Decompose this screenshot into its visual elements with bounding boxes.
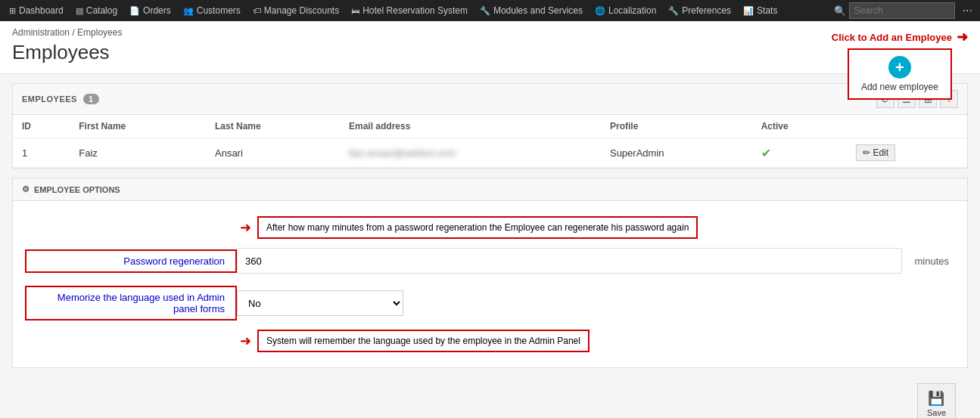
password-regen-unit: minutes	[908, 255, 955, 267]
save-icon: 💾	[928, 390, 944, 407]
memorize-lang-input-area: No Yes	[237, 290, 955, 316]
search-icon: 🔍	[834, 5, 846, 17]
cell-email: faiz.ansari@webkul.com	[340, 138, 601, 168]
nav-modules[interactable]: 🔧 Modules and Services	[474, 0, 589, 21]
employees-section-title: EMPLOYEES	[22, 94, 77, 104]
memorize-lang-row: Memorize the language used in Admin pane…	[13, 280, 967, 327]
orders-icon: 📄	[129, 6, 140, 16]
nav-discounts[interactable]: 🏷 Manage Discounts	[247, 0, 345, 21]
gear-icon: ⚙	[22, 184, 30, 194]
catalog-icon: ▤	[76, 6, 83, 16]
save-section: 💾 Save	[12, 377, 968, 418]
cell-profile: SuperAdmin	[601, 138, 752, 168]
employees-section-header: EMPLOYEES 1 ⟳ ☰ ⊞ +	[13, 84, 967, 115]
col-firstname: First Name	[70, 115, 206, 138]
more-options-icon[interactable]: ···	[958, 4, 977, 17]
employees-section: EMPLOYEES 1 ⟳ ☰ ⊞ + ID First Name Last N…	[12, 83, 968, 169]
col-id: ID	[13, 115, 70, 138]
annotation-arrow-icon: ➜	[240, 219, 251, 236]
nav-localization[interactable]: 🌐 Localization	[589, 0, 662, 21]
plus-icon: +	[888, 56, 911, 79]
dashboard-icon: ⊞	[9, 6, 16, 16]
nav-preferences[interactable]: 🔧 Preferences	[662, 0, 737, 21]
hint-arrow-icon: ➜	[957, 29, 968, 45]
save-label: Save	[927, 408, 946, 417]
col-active: Active	[752, 115, 847, 138]
memorize-lang-annotation-row: ➜ System will remember the language used…	[13, 327, 967, 355]
cell-id: 1	[13, 138, 70, 168]
save-button[interactable]: 💾 Save	[917, 383, 956, 418]
employees-count-badge: 1	[83, 94, 99, 104]
password-regen-annotation-row: ➜ After how many minutes from a password…	[13, 213, 967, 242]
globe-icon: 🌐	[595, 6, 605, 16]
password-regen-label: Password regeneration	[25, 249, 237, 273]
nav-stats[interactable]: 📊 Stats	[737, 0, 783, 21]
active-check-icon: ✔	[761, 147, 771, 159]
employees-table: ID First Name Last Name Email address Pr…	[13, 115, 967, 168]
annotation-arrow2-icon: ➜	[240, 333, 251, 349]
page-header: Administration / Employees Employees Cli…	[0, 21, 980, 74]
stats-icon: 📊	[743, 6, 754, 16]
cell-firstname: Faiz	[70, 138, 206, 168]
breadcrumb: Administration / Employees	[12, 27, 968, 38]
hotel-icon: 🛏	[351, 6, 359, 15]
top-nav: ⊞ Dashboard ▤ Catalog 📄 Orders 👥 Custome…	[0, 0, 980, 21]
password-regen-annotation: After how many minutes from a password r…	[257, 216, 698, 239]
options-section-title: EMPLOYEE OPTIONS	[34, 185, 120, 194]
col-lastname: Last Name	[206, 115, 340, 138]
add-employee-button[interactable]: + Add new employee	[848, 48, 952, 100]
add-employee-area: Click to Add an Employee ➜ + Add new emp…	[832, 29, 968, 100]
search-input[interactable]	[849, 2, 955, 19]
password-regen-row: Password regeneration minutes	[13, 242, 967, 280]
tag-icon: 🏷	[253, 6, 261, 15]
nav-dashboard[interactable]: ⊞ Dashboard	[3, 0, 70, 21]
cell-active: ✔	[752, 138, 847, 168]
password-regen-input-area: minutes	[237, 248, 955, 274]
col-profile: Profile	[601, 115, 752, 138]
memorize-lang-label: Memorize the language used in Admin pane…	[25, 286, 237, 320]
add-employee-hint-text: Click to Add an Employee	[832, 32, 952, 43]
cell-lastname: Ansari	[206, 138, 340, 168]
search-area: 🔍 ···	[834, 2, 977, 19]
wrench-icon: 🔧	[668, 6, 679, 16]
nav-hotel[interactable]: 🛏 Hotel Reservation System	[345, 0, 474, 21]
col-actions	[847, 115, 967, 138]
nav-customers[interactable]: 👥 Customers	[177, 0, 247, 21]
memorize-lang-annotation: System will remember the language used b…	[257, 330, 590, 352]
col-email: Email address	[340, 115, 601, 138]
options-section-header: ⚙ EMPLOYEE OPTIONS	[13, 178, 967, 201]
memorize-lang-select[interactable]: No Yes	[237, 290, 403, 316]
table-row: 1 Faiz Ansari faiz.ansari@webkul.com Sup…	[13, 138, 967, 168]
options-body: ➜ After how many minutes from a password…	[13, 201, 967, 367]
nav-orders[interactable]: 📄 Orders	[123, 0, 177, 21]
table-header-row: ID First Name Last Name Email address Pr…	[13, 115, 967, 138]
main-content: EMPLOYEES 1 ⟳ ☰ ⊞ + ID First Name Last N…	[0, 74, 980, 418]
add-employee-button-label: Add new employee	[861, 82, 938, 92]
employee-options-section: ⚙ EMPLOYEE OPTIONS ➜ After how many minu…	[12, 178, 968, 368]
password-regen-input[interactable]	[237, 248, 902, 274]
modules-icon: 🔧	[480, 6, 490, 16]
page-title: Employees	[12, 41, 968, 64]
cell-edit: ✏ Edit	[847, 138, 967, 168]
edit-employee-button[interactable]: ✏ Edit	[856, 144, 895, 161]
nav-catalog[interactable]: ▤ Catalog	[70, 0, 123, 21]
customers-icon: 👥	[183, 6, 194, 16]
